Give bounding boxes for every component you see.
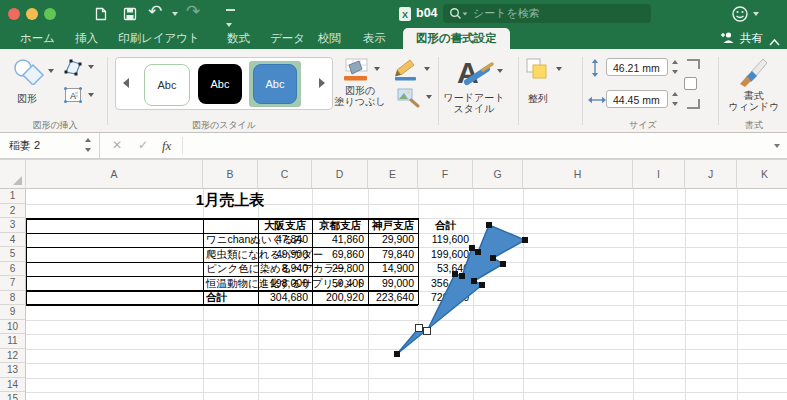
formula-bar-expand-caret[interactable] xyxy=(774,144,780,148)
search-scope-caret[interactable] xyxy=(463,12,468,15)
worksheet-grid[interactable]: ABCDEFGHIJK 123456789101112131415 大阪支店京都… xyxy=(0,159,787,400)
insert-shapes-caret[interactable] xyxy=(48,69,54,73)
width-stepper[interactable] xyxy=(671,90,680,108)
ribbon: 図形 A 図形の挿入 Abc Abc Abc 図形の 塗りつぶし xyxy=(0,49,787,133)
shape-style-gallery: Abc Abc Abc xyxy=(115,57,333,110)
lightning-bolt-shape[interactable] xyxy=(397,225,525,354)
lightning-bolt-shape-layer xyxy=(0,160,787,400)
insert-function-icon[interactable]: fx xyxy=(162,133,171,158)
format-pane-label-line2: ウィンドウ xyxy=(728,101,779,112)
print-preview-icon[interactable] xyxy=(93,6,109,26)
shape-edit-point-handle[interactable] xyxy=(500,261,506,267)
shape-edit-point-handle[interactable] xyxy=(459,273,465,279)
edit-points-icon[interactable] xyxy=(62,57,84,81)
lock-aspect-bracket-bottom xyxy=(687,99,700,109)
shape-fill-icon[interactable] xyxy=(340,57,370,87)
ribbon-divider xyxy=(438,57,439,125)
svg-text:X: X xyxy=(402,10,408,20)
tab-6[interactable]: 表示 xyxy=(363,28,386,49)
share-button[interactable]: 共有 xyxy=(720,28,763,49)
ribbon-tab-bar: ホーム挿入印刷レイアウト数式データ校閲表示図形の書式設定 共有 xyxy=(0,28,787,49)
wordart-styles-caret[interactable] xyxy=(497,69,503,73)
shape-style-chip-blue[interactable]: Abc xyxy=(253,64,297,104)
arrange-label: 整列 xyxy=(528,93,548,104)
shape-outline-icon[interactable] xyxy=(392,57,420,85)
ribbon-divider xyxy=(582,57,583,125)
shape-edit-point-handle[interactable] xyxy=(486,222,492,228)
shape-styles-group-label: 図形のスタイル xyxy=(192,119,256,132)
smiley-dropdown-caret[interactable] xyxy=(753,12,759,16)
sheet-search-input[interactable]: シートを検索 xyxy=(443,4,651,23)
text-box-icon[interactable]: A xyxy=(62,85,84,109)
close-window-button[interactable] xyxy=(8,8,20,20)
minimize-window-button[interactable] xyxy=(26,8,38,20)
cancel-icon[interactable]: ✕ xyxy=(112,133,122,158)
formula-bar: 稲妻 2 ✕ ✓ fx xyxy=(0,133,787,159)
shape-edit-point-handle[interactable] xyxy=(490,255,496,261)
ribbon-divider xyxy=(518,57,519,125)
shape-fill-label-line2: 塗りつぶし xyxy=(335,96,386,107)
shape-width-input[interactable]: 44.45 mm xyxy=(606,90,668,108)
shape-outline-caret[interactable] xyxy=(424,67,430,71)
insert-shapes-label: 図形 xyxy=(17,93,37,104)
window-title: b04 xyxy=(416,6,438,20)
size-group-label: サイズ xyxy=(629,119,657,132)
share-label: 共有 xyxy=(740,32,763,44)
titlebar: ↶ ↷ X b04 シートを検索 xyxy=(0,0,787,28)
arrange-caret[interactable] xyxy=(556,67,562,71)
edit-points-caret[interactable] xyxy=(88,65,94,69)
shape-style-chip-outline[interactable]: Abc xyxy=(144,64,190,106)
tab-2[interactable]: 印刷レイアウト xyxy=(118,28,200,49)
shape-edit-point-handle[interactable] xyxy=(452,271,458,277)
shape-effects-caret[interactable] xyxy=(426,95,432,99)
wordart-label-line2: スタイル xyxy=(444,103,505,114)
insert-shapes-icon[interactable] xyxy=(12,57,46,89)
enter-icon[interactable]: ✓ xyxy=(138,133,148,158)
shape-height-input[interactable]: 46.21 mm xyxy=(606,58,668,76)
shape-edit-point-handle[interactable] xyxy=(471,278,477,284)
shape-edit-point-handle[interactable] xyxy=(394,351,400,357)
ribbon-divider xyxy=(107,57,108,125)
shape-height-icon xyxy=(588,59,602,81)
lock-aspect-checkbox[interactable] xyxy=(684,77,697,90)
tab-4[interactable]: データ xyxy=(270,28,305,49)
feedback-smiley-icon[interactable] xyxy=(731,5,749,27)
tab-3[interactable]: 数式 xyxy=(227,28,250,49)
format-pane-label-line1: 書式 xyxy=(728,90,779,101)
name-box-stepper[interactable] xyxy=(84,136,93,154)
zoom-window-button[interactable] xyxy=(44,8,56,20)
share-person-icon xyxy=(720,31,737,44)
tab-1[interactable]: 挿入 xyxy=(75,28,98,49)
shape-edit-point-handle[interactable] xyxy=(522,237,528,243)
gallery-left-arrow[interactable] xyxy=(123,78,129,88)
lock-aspect-bracket-top xyxy=(687,59,700,69)
shape-fill-caret[interactable] xyxy=(374,67,380,71)
text-box-caret[interactable] xyxy=(88,93,94,97)
tab-0[interactable]: ホーム xyxy=(20,28,55,49)
undo-dropdown-caret[interactable] xyxy=(172,12,178,16)
shape-edit-point-handle[interactable] xyxy=(469,245,475,251)
shape-style-chip-selected-tile[interactable]: Abc xyxy=(249,61,301,107)
insert-shapes-group-label: 図形の挿入 xyxy=(32,119,77,132)
shape-edit-point-handle[interactable] xyxy=(479,282,485,288)
arrange-icon[interactable] xyxy=(524,56,550,86)
save-icon[interactable] xyxy=(122,6,138,26)
formula-bar-divider xyxy=(182,137,183,154)
shape-width-icon xyxy=(588,93,606,111)
undo-icon[interactable]: ↶ xyxy=(148,1,162,22)
ribbon-divider xyxy=(718,57,719,125)
shape-edit-point-handle-white[interactable] xyxy=(424,328,431,335)
shape-style-chip-black[interactable]: Abc xyxy=(198,64,242,104)
search-placeholder: シートを検索 xyxy=(473,6,540,21)
height-stepper[interactable] xyxy=(671,58,680,76)
shape-edit-point-handle-white[interactable] xyxy=(416,325,423,332)
format-group-label: 書式 xyxy=(745,119,763,132)
format-pane-brush-icon[interactable] xyxy=(736,55,772,93)
excel-window: ↶ ↷ X b04 シートを検索 ホーム挿入印刷レイアウト数式データ校閲表示図形… xyxy=(0,0,787,400)
shape-effects-icon[interactable] xyxy=(396,87,422,113)
gallery-right-arrow[interactable] xyxy=(319,78,325,88)
tab-5[interactable]: 校閲 xyxy=(318,28,341,49)
shape-edit-point-handle[interactable] xyxy=(475,249,481,255)
tab-shape-format[interactable]: 図形の書式設定 xyxy=(403,28,510,49)
wordart-styles-icon[interactable]: A xyxy=(450,55,494,93)
